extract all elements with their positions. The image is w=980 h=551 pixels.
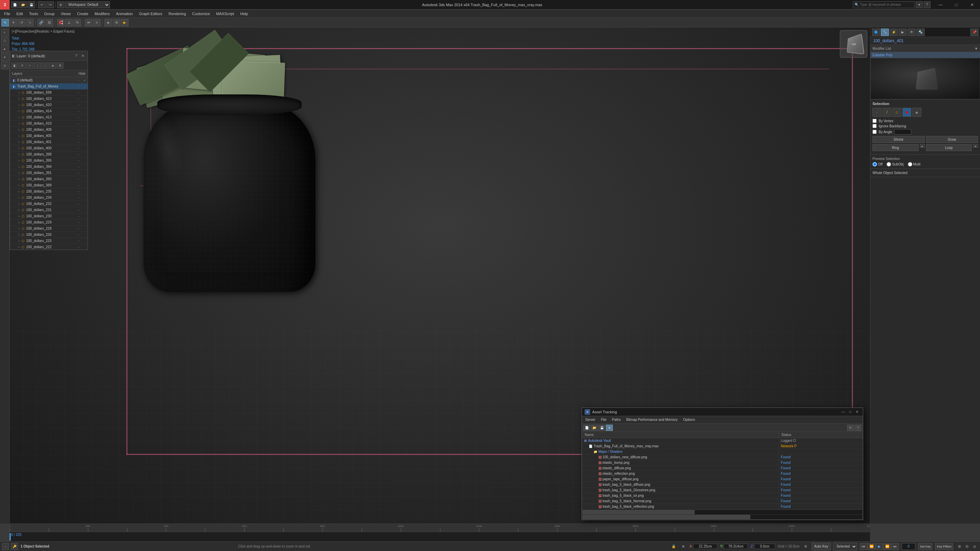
ap-table-row[interactable]: 🖼elastic_diffuse.pngFound [582, 465, 863, 471]
layer-item[interactable]: ↳ ⬡100_dollars_408— [10, 127, 88, 133]
ap-table-row[interactable]: 🖼trash_bag_5_black_ior.pngFound [582, 493, 863, 499]
layer-item[interactable]: ↳ ⬡100_dollars_423— [10, 96, 88, 102]
search-input[interactable] [860, 3, 913, 6]
layer-item[interactable]: ↳ ⬡100_dollars_229— [10, 219, 88, 225]
layer-tb-2[interactable]: ✕ [19, 62, 26, 69]
pb-play[interactable]: ▶ [876, 543, 883, 550]
selected-dropdown[interactable]: Selected [833, 543, 857, 550]
ap-menu-bitmap-perf[interactable]: Bitmap Performance and Memory [624, 417, 680, 422]
panel-pin[interactable]: 📌 [970, 29, 978, 36]
toolbar-align[interactable]: ≡ [93, 19, 101, 27]
layer-item[interactable]: ↳ ⬡100_dollars_228— [10, 225, 88, 232]
search-filter-btn[interactable]: ▼ [916, 2, 923, 8]
ap-table-row[interactable]: 🏛Autodesk VaultLogged O [582, 438, 863, 443]
ap-table-row[interactable]: 📄Trash_Bag_Full_of_Money_max_vray.maxNet… [582, 443, 863, 449]
panel-nav-hierarchy[interactable]: ⚡ [890, 29, 898, 36]
ap-scrollbar-thumb-v[interactable] [582, 515, 750, 519]
auto-key-btn[interactable]: Auto Key [812, 543, 830, 550]
minimize-btn[interactable]: — [932, 0, 948, 10]
tb-open[interactable]: 📂 [19, 2, 27, 8]
frame-input[interactable] [902, 543, 915, 550]
left-icon-3[interactable]: ● [1, 45, 9, 53]
sel-icon-vertex[interactable]: · [872, 108, 881, 117]
menu-edit[interactable]: Edit [14, 11, 26, 16]
layers-help-btn[interactable]: ? [73, 53, 79, 59]
panel-nav-motion[interactable]: ▶ [899, 29, 907, 36]
close-btn[interactable]: ✕ [964, 0, 980, 10]
ap-table-row[interactable]: 🖼paper_tape_diffuse.pngFound [582, 476, 863, 482]
set-key-btn[interactable]: Set Key [918, 543, 932, 550]
layer-tb-3[interactable]: + [27, 62, 33, 69]
pb-go-start[interactable]: ⏮ [860, 543, 867, 550]
layer-item[interactable]: ↳ ⬡100_dollars_226— [10, 232, 88, 238]
layer-item[interactable]: ↳ ⬡100_dollars_599— [10, 90, 88, 96]
off-radio[interactable] [872, 162, 877, 167]
ap-menu-options[interactable]: Options [681, 417, 697, 422]
by-vertex-checkbox[interactable] [872, 119, 877, 123]
ap-tb-open[interactable]: 📂 [591, 425, 598, 431]
layer-item[interactable]: ↳ ⬡100_dollars_234— [10, 195, 88, 201]
menu-tools[interactable]: Tools [27, 11, 41, 16]
toolbar-snap[interactable]: 🧲 [57, 19, 65, 27]
loop-btn[interactable]: Loop [926, 144, 972, 151]
menu-customize[interactable]: Customize [189, 11, 213, 16]
toolbar-render[interactable]: ▶ [121, 19, 129, 27]
menu-graph-editors[interactable]: Graph Editors [136, 11, 165, 16]
toolbar-rotate[interactable]: ↺ [18, 19, 25, 27]
toolbar-unlink[interactable]: ⛓ [46, 19, 53, 27]
menu-file[interactable]: File [2, 11, 13, 16]
left-icon-5[interactable]: ◎ [1, 62, 9, 69]
ignore-backfacing-checkbox[interactable] [872, 124, 877, 128]
left-icon-2[interactable]: ⬡ [1, 37, 9, 44]
toolbar-material-editor[interactable]: ◈ [104, 19, 112, 27]
tb-undo[interactable]: ↩ [38, 2, 46, 8]
toolbar-scale[interactable]: ⤡ [26, 19, 33, 27]
angle-value-input[interactable]: 15.0 [894, 129, 911, 135]
modifier-list-expand[interactable]: ▼ [975, 47, 978, 51]
layer-tb-6[interactable]: ◈ [49, 62, 56, 69]
layer-item[interactable]: ↳ ⬡100_dollars_391— [10, 170, 88, 176]
layer-item[interactable]: ↳ ⬡100_dollars_232— [10, 201, 88, 207]
multi-radio[interactable] [908, 162, 912, 167]
maximize-btn[interactable]: □ [948, 0, 964, 10]
tb-save[interactable]: 💾 [27, 2, 35, 8]
key-filters-btn[interactable]: Key Filters [935, 543, 953, 550]
layer-item[interactable]: ↳ ⬡100_dollars_405— [10, 133, 88, 139]
help-icon[interactable]: ? [924, 2, 931, 8]
ap-table-row[interactable]: 🖼100_dollars_new_diffuse.pngFound [582, 454, 863, 460]
ap-scrollbar-v[interactable] [582, 515, 862, 519]
layer-item[interactable]: ↳ ⬡100_dollars_413— [10, 114, 88, 121]
menu-help[interactable]: Help [237, 11, 251, 16]
grow-btn[interactable]: Grow [926, 136, 978, 143]
menu-rendering[interactable]: Rendering [166, 11, 189, 16]
layer-item[interactable]: ↳ ⬡100_dollars_394— [10, 164, 88, 170]
workspace-dropdown[interactable]: Workspace: Default [65, 2, 110, 8]
toolbar-percent-snap[interactable]: % [73, 19, 81, 27]
layer-tb-1[interactable]: ◧ [11, 62, 18, 69]
panel-nav-modify[interactable]: 🔧 [881, 29, 889, 36]
modifier-item-editable-poly[interactable]: Editable Poly [872, 53, 892, 57]
layer-item[interactable]: ↳ ⬡100_dollars_400— [10, 145, 88, 151]
ap-scrollbar-h[interactable] [582, 510, 862, 514]
timeline-playhead[interactable] [10, 533, 11, 541]
ring-btn[interactable]: Ring [872, 144, 918, 151]
anim-icon[interactable]: 🔑 [11, 543, 18, 550]
by-angle-checkbox[interactable] [872, 130, 877, 134]
ap-menu-paths[interactable]: Paths [610, 417, 623, 422]
ring-spinner-up[interactable]: ▲ [920, 144, 925, 148]
ap-table-row[interactable]: 🖼trash_bag_5_black_Glossines.pngFound [582, 487, 863, 493]
ap-maximize[interactable]: □ [847, 409, 853, 415]
panel-nav-display[interactable]: 👁 [907, 29, 916, 36]
sel-icon-border[interactable]: □ [892, 108, 901, 117]
layer-tb-7[interactable]: ⚙ [57, 62, 64, 69]
shrink-btn[interactable]: Shrink [872, 136, 925, 143]
layer-item[interactable]: ◧0 (default)—✓ [10, 77, 88, 83]
ap-tb-new[interactable]: 📄 [583, 425, 590, 431]
tb-new[interactable]: 📄 [11, 2, 19, 8]
nav-cube[interactable]: Top [840, 30, 867, 58]
layer-item[interactable]: ↳ ⬡100_dollars_398— [10, 151, 88, 157]
ap-table-row[interactable]: 🖼trash_bag_5_black_reflection.pngFound [582, 504, 863, 510]
sel-icon-edge[interactable]: / [883, 108, 891, 117]
lock-icon[interactable]: 🔒 [670, 543, 677, 550]
menu-animation[interactable]: Animation [113, 11, 136, 16]
